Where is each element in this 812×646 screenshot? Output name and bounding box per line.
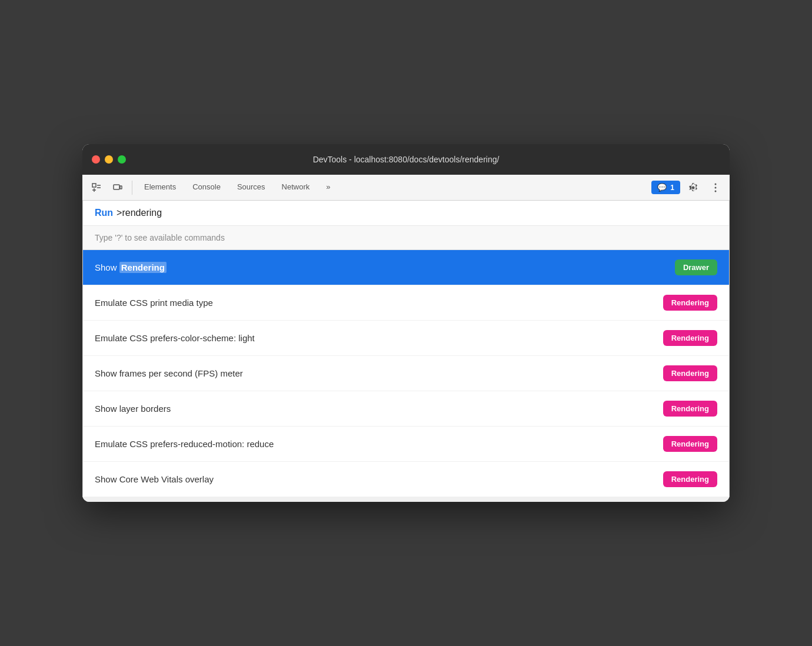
window-title: DevTools - localhost:8080/docs/devtools/…: [313, 155, 500, 164]
devtools-window: DevTools - localhost:8080/docs/devtools/…: [82, 144, 730, 502]
result-item-show-web-vitals[interactable]: Show Core Web Vitals overlay Rendering: [83, 462, 729, 497]
hint-text: Type '?' to see available commands: [95, 233, 225, 242]
svg-point-5: [715, 190, 717, 192]
result-label-show-rendering: Show Rendering: [95, 262, 167, 272]
window-bottom: [82, 497, 730, 502]
toolbar: Elements Console Sources Network » 💬 1: [82, 175, 730, 201]
console-badge-button[interactable]: 💬 1: [651, 181, 680, 194]
svg-rect-2: [120, 186, 122, 189]
svg-rect-1: [114, 185, 119, 189]
svg-point-3: [715, 183, 717, 185]
tag-rendering-1[interactable]: Rendering: [663, 295, 717, 311]
content-area: Run >rendering Type '?' to see available…: [82, 201, 730, 497]
traffic-lights: [92, 155, 126, 164]
result-label-show-layer-borders: Show layer borders: [95, 404, 171, 414]
more-menu-icon[interactable]: [706, 178, 725, 197]
tab-elements[interactable]: Elements: [137, 175, 183, 201]
command-text: >rendering: [117, 208, 162, 218]
tab-more[interactable]: »: [319, 175, 337, 201]
result-item-show-rendering[interactable]: Show Rendering Drawer: [83, 250, 729, 285]
result-item-emulate-print[interactable]: Emulate CSS print media type Rendering: [83, 285, 729, 321]
tag-rendering-4[interactable]: Rendering: [663, 401, 717, 417]
badge-count: 1: [670, 184, 674, 192]
tag-rendering-2[interactable]: Rendering: [663, 330, 717, 346]
result-item-show-layer-borders[interactable]: Show layer borders Rendering: [83, 391, 729, 427]
tag-drawer[interactable]: Drawer: [675, 259, 717, 275]
maximize-button[interactable]: [118, 155, 126, 164]
svg-point-4: [715, 187, 717, 188]
tab-network[interactable]: Network: [275, 175, 317, 201]
tab-sources[interactable]: Sources: [230, 175, 272, 201]
hint-bar: Type '?' to see available commands: [83, 226, 729, 250]
result-item-emulate-color-scheme[interactable]: Emulate CSS prefers-color-scheme: light …: [83, 321, 729, 356]
title-bar: DevTools - localhost:8080/docs/devtools/…: [82, 144, 730, 175]
device-icon[interactable]: [108, 178, 127, 197]
result-label-emulate-reduced-motion: Emulate CSS prefers-reduced-motion: redu…: [95, 439, 274, 449]
tag-rendering-3[interactable]: Rendering: [663, 365, 717, 381]
result-label-emulate-color-scheme: Emulate CSS prefers-color-scheme: light: [95, 333, 255, 343]
svg-rect-0: [92, 184, 96, 187]
tag-rendering-5[interactable]: Rendering: [663, 436, 717, 452]
result-item-show-fps[interactable]: Show frames per second (FPS) meter Rende…: [83, 356, 729, 391]
result-label-emulate-print: Emulate CSS print media type: [95, 298, 213, 308]
badge-icon: 💬: [657, 183, 667, 192]
result-item-emulate-reduced-motion[interactable]: Emulate CSS prefers-reduced-motion: redu…: [83, 427, 729, 462]
settings-icon[interactable]: [684, 178, 703, 197]
highlight-rendering: Rendering: [119, 262, 167, 273]
run-label: Run: [95, 208, 113, 218]
result-label-show-web-vitals: Show Core Web Vitals overlay: [95, 474, 214, 484]
close-button[interactable]: [92, 155, 100, 164]
result-label-show-fps: Show frames per second (FPS) meter: [95, 368, 243, 378]
command-bar: Run >rendering: [83, 201, 729, 226]
tab-console[interactable]: Console: [185, 175, 228, 201]
results-list: Show Rendering Drawer Emulate CSS print …: [83, 250, 729, 497]
inspector-icon[interactable]: [87, 178, 106, 197]
toolbar-right: 💬 1: [651, 178, 725, 197]
toolbar-divider: [132, 181, 132, 195]
minimize-button[interactable]: [105, 155, 113, 164]
tag-rendering-6[interactable]: Rendering: [663, 471, 717, 487]
